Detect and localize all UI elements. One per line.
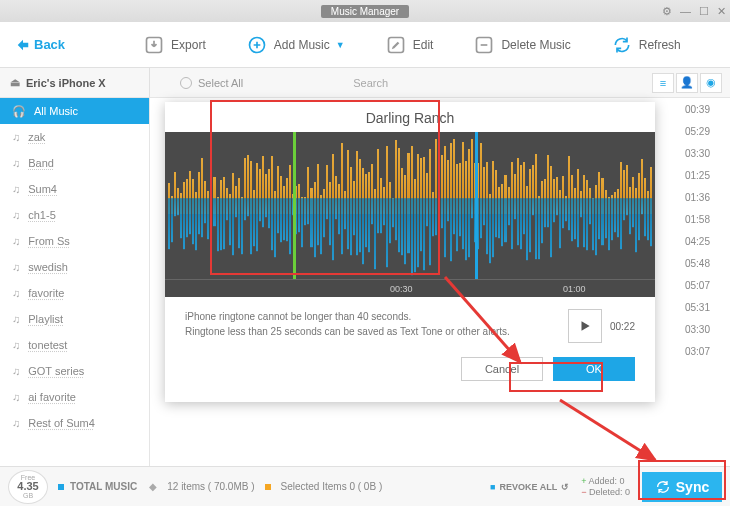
sidebar-item[interactable]: ♫tonetest [0, 332, 149, 358]
sidebar-item[interactable]: ♫Playlist [0, 306, 149, 332]
duration-value: 05:07 [685, 280, 710, 291]
sidebar-item[interactable]: ♫swedish [0, 254, 149, 280]
titlebar: Music Manager ⚙ — ☐ ✕ [0, 0, 730, 22]
end-marker[interactable] [475, 132, 478, 279]
music-note-icon: ♫ [12, 365, 20, 377]
subbar: ⏏ Eric's iPhone X Select All Search ≡ 👤 … [0, 68, 730, 98]
music-note-icon: ♫ [12, 313, 20, 325]
duration-value: 05:48 [685, 258, 710, 269]
time-tick-1: 00:30 [390, 284, 413, 294]
delete-button[interactable]: Delete Music [473, 34, 570, 56]
free-space-badge: Free 4.35 GB [8, 470, 48, 504]
export-label: Export [171, 38, 206, 52]
music-note-icon: ♫ [12, 417, 20, 429]
music-note-icon: ♫ [12, 183, 20, 195]
close-icon[interactable]: ✕ [717, 5, 726, 18]
modal-title: Darling Ranch [165, 102, 655, 132]
sidebar-item[interactable]: 🎧All Music [0, 98, 149, 124]
time-tick-2: 01:00 [563, 284, 586, 294]
sidebar-item-label: Sum4 [28, 183, 57, 195]
sidebar-item-label: GOT series [28, 365, 84, 377]
ok-button[interactable]: OK [553, 357, 635, 381]
sidebar-item[interactable]: ♫From Ss [0, 228, 149, 254]
search-input[interactable]: Search [353, 77, 652, 89]
add-music-button[interactable]: Add Music ▼ [246, 34, 345, 56]
ringtone-modal: Darling Ranch 00:30 01:00 iPhone rington… [165, 102, 655, 402]
revoke-label: REVOKE ALL [500, 482, 558, 492]
sidebar-item[interactable]: ♫ch1-5 [0, 202, 149, 228]
time-axis: 00:30 01:00 [165, 279, 655, 297]
eject-icon: ⏏ [10, 76, 20, 89]
app-title: Music Manager [321, 5, 409, 18]
select-all-checkbox[interactable]: Select All [180, 77, 243, 89]
play-icon [578, 319, 592, 333]
music-note-icon: ♫ [12, 131, 20, 143]
sync-label: Sync [676, 479, 709, 495]
edit-button[interactable]: Edit [385, 34, 434, 56]
user-add-icon[interactable]: 👤 [676, 73, 698, 93]
duration-value: 05:29 [685, 126, 710, 137]
cancel-button[interactable]: Cancel [461, 357, 543, 381]
sidebar-item[interactable]: ♫Sum4 [0, 176, 149, 202]
back-button[interactable]: Back [8, 33, 73, 56]
music-note-icon: ♫ [12, 261, 20, 273]
sidebar-item-label: Rest of Sum4 [28, 417, 95, 429]
refresh-icon [611, 34, 633, 56]
sidebar-item-label: All Music [34, 105, 78, 117]
info-line-2: Ringtone less than 25 seconds can be sav… [185, 324, 568, 339]
duration-value: 01:25 [685, 170, 710, 181]
toolbar: Back Export Add Music ▼ Edit Delete Musi… [0, 22, 730, 68]
music-note-icon: ♫ [12, 287, 20, 299]
sidebar-item[interactable]: ♫Rest of Sum4 [0, 410, 149, 436]
total-detail: 12 items ( 70.0MB ) [167, 481, 254, 492]
modal-info-text: iPhone ringtone cannot be longer than 40… [185, 309, 568, 343]
sync-icon [655, 479, 671, 495]
music-note-icon: ♫ [12, 209, 20, 221]
dot-icon [58, 484, 64, 490]
duration-value: 04:25 [685, 236, 710, 247]
delete-icon [473, 34, 495, 56]
sidebar-item-label: Band [28, 157, 54, 169]
footer: Free 4.35 GB TOTAL MUSIC ◆ 12 items ( 70… [0, 466, 730, 506]
sidebar-item[interactable]: ♫ai favorite [0, 384, 149, 410]
list-view-icon[interactable]: ≡ [652, 73, 674, 93]
refresh-button[interactable]: Refresh [611, 34, 681, 56]
sidebar-item-label: Playlist [28, 313, 63, 325]
sidebar-item[interactable]: ♫GOT series [0, 358, 149, 384]
edit-label: Edit [413, 38, 434, 52]
refresh-label: Refresh [639, 38, 681, 52]
sidebar-item-label: swedish [28, 261, 68, 273]
duration-value: 00:39 [685, 104, 710, 115]
play-time: 00:22 [610, 319, 635, 334]
start-marker[interactable] [293, 132, 296, 279]
device-selector[interactable]: ⏏ Eric's iPhone X [0, 68, 150, 97]
duration-value: 05:31 [685, 302, 710, 313]
play-button[interactable] [568, 309, 602, 343]
waveform[interactable]: 00:30 01:00 [165, 132, 655, 297]
sidebar-item-label: zak [28, 131, 45, 143]
delete-label: Delete Music [501, 38, 570, 52]
sidebar-item[interactable]: ♫favorite [0, 280, 149, 306]
duration-value: 01:58 [685, 214, 710, 225]
export-button[interactable]: Export [143, 34, 206, 56]
revoke-all-button[interactable]: ■ REVOKE ALL ↺ [490, 482, 569, 492]
sidebar-item[interactable]: ♫Band [0, 150, 149, 176]
select-all-label: Select All [198, 77, 243, 89]
sidebar-item[interactable]: ♫zak [0, 124, 149, 150]
revoke-icon: ■ [490, 482, 495, 492]
export-icon [143, 34, 165, 56]
globe-icon[interactable]: ◉ [700, 73, 722, 93]
deleted-count: Deleted: 0 [589, 487, 630, 497]
added-count: Added: 0 [588, 476, 624, 486]
sidebar-item-label: tonetest [28, 339, 67, 351]
maximize-icon[interactable]: ☐ [699, 5, 709, 18]
sidebar-item-label: ai favorite [28, 391, 76, 403]
edit-icon [385, 34, 407, 56]
sidebar: 🎧All Music♫zak♫Band♫Sum4♫ch1-5♫From Ss♫s… [0, 98, 150, 466]
settings-icon[interactable]: ⚙ [662, 5, 672, 18]
sync-button[interactable]: Sync [642, 472, 722, 502]
sidebar-item-label: ch1-5 [28, 209, 56, 221]
free-size: 4.35 [17, 481, 38, 492]
duration-value: 03:07 [685, 346, 710, 357]
minimize-icon[interactable]: — [680, 5, 691, 18]
